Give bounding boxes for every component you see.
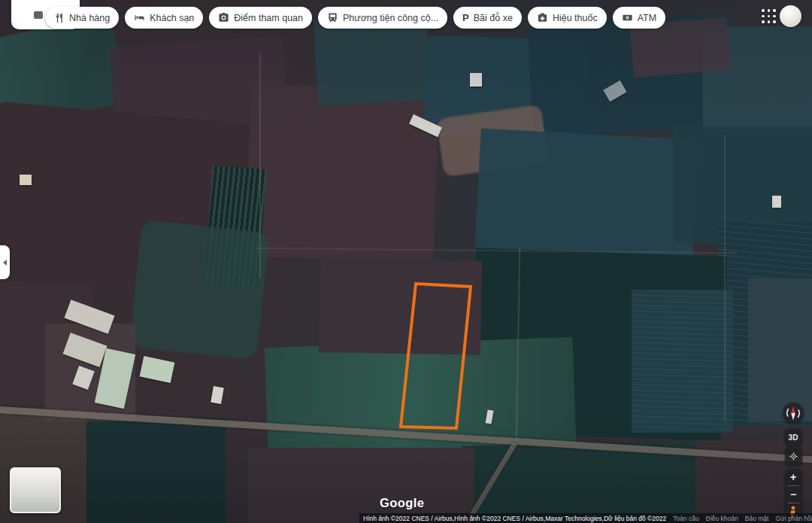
zoom-in-button[interactable]: + (785, 469, 802, 485)
filter-chip-pharmacy[interactable]: Hiệu thuốc (528, 7, 607, 29)
chevron-left-icon (3, 260, 7, 266)
google-watermark: Google (380, 496, 424, 510)
filter-chip-transit[interactable]: Phương tiện công cộ... (318, 7, 447, 29)
google-apps-grid-icon[interactable] (762, 9, 776, 23)
tilt-3d-button[interactable]: 3D (785, 429, 802, 446)
chip-label: Hiệu thuốc (553, 13, 598, 23)
pharmacy-icon (537, 12, 548, 23)
footer-link-feedback[interactable]: Gửi phản hồi (775, 515, 812, 522)
imagery-credit: Hình ảnh ©2022 CNES / Airbus,Hình ảnh ©2… (363, 515, 666, 522)
attribution-bar: Hình ảnh ©2022 CNES / Airbus,Hình ảnh ©2… (359, 513, 812, 523)
google-maps-satellite-view[interactable]: Nhà hàng Khách sạn Điểm tham quan Phương… (0, 0, 812, 523)
restaurant-icon (54, 13, 65, 23)
transit-icon (327, 12, 338, 23)
chip-label: Điểm tham quan (234, 13, 303, 23)
zoom-out-button[interactable]: − (785, 486, 802, 503)
chip-label: ATM (638, 13, 656, 23)
filter-chip-attractions[interactable]: Điểm tham quan (209, 7, 312, 29)
footer-link-terms[interactable]: Điều khoản (706, 515, 738, 522)
side-panel-collapse-tab[interactable] (0, 245, 10, 279)
parking-icon: P (462, 13, 469, 23)
vignette-overlay (0, 0, 812, 523)
footer-link-region[interactable]: Toàn cầu (673, 515, 699, 522)
filter-chip-parking[interactable]: P Bãi đỗ xe (453, 7, 522, 29)
map-inset-toggle[interactable] (10, 467, 61, 513)
footer-link-privacy[interactable]: Bảo mật (745, 515, 769, 522)
filter-chip-restaurants[interactable]: Nhà hàng (45, 7, 119, 29)
atm-icon (622, 12, 633, 23)
chip-label: Bãi đỗ xe (474, 13, 513, 23)
place-icon (34, 11, 43, 19)
hotel-icon (134, 12, 145, 23)
filter-chip-hotels[interactable]: Khách sạn (125, 7, 203, 29)
account-avatar[interactable] (780, 5, 801, 27)
attraction-camera-icon (218, 12, 229, 23)
chip-label: Nhà hàng (69, 13, 110, 23)
category-chip-bar: Nhà hàng Khách sạn Điểm tham quan Phương… (45, 7, 665, 29)
my-location-button[interactable] (785, 448, 802, 465)
chip-label: Phương tiện công cộ... (343, 13, 438, 23)
filter-chip-atm[interactable]: ATM (613, 7, 665, 29)
compass-control[interactable] (783, 403, 804, 424)
zoom-control: + − (785, 469, 802, 520)
chip-label: Khách sạn (150, 13, 194, 23)
map-controls: 3D + − (783, 403, 804, 520)
